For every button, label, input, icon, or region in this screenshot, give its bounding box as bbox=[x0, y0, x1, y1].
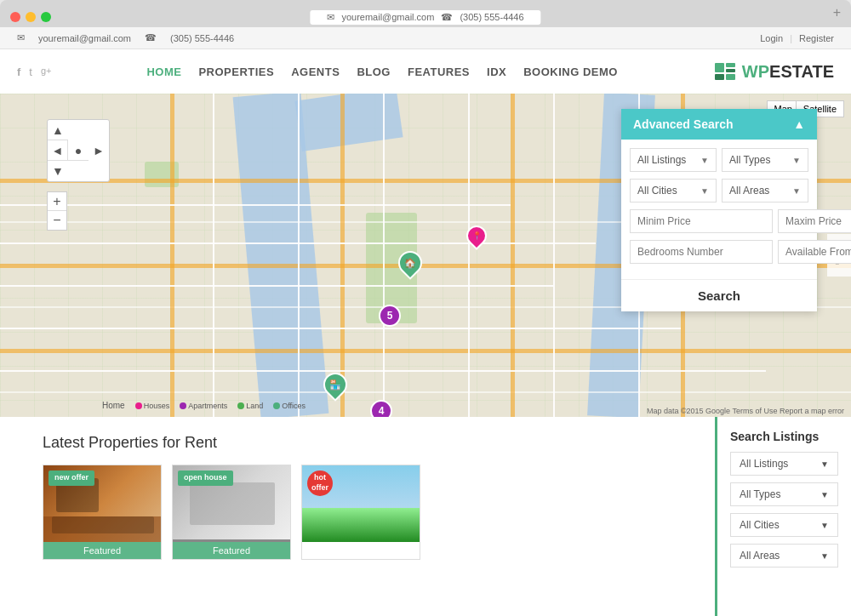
property-card-2[interactable]: open house Featured bbox=[172, 465, 291, 560]
legend-item-home: Home bbox=[102, 401, 125, 410]
all-listings-label: All Listings bbox=[637, 154, 686, 166]
sidebar-all-types-label: All Types bbox=[740, 488, 780, 500]
svg-rect-0 bbox=[715, 63, 724, 72]
all-areas-label: All Areas bbox=[729, 185, 769, 197]
chevron-icon-2: ▼ bbox=[792, 156, 801, 165]
search-button[interactable]: Search bbox=[621, 279, 817, 311]
property-badge-1: new offer bbox=[49, 471, 94, 486]
nav-agents[interactable]: AGENTS bbox=[291, 66, 340, 78]
map-pin-cluster5[interactable]: 5 bbox=[379, 305, 401, 327]
site-wrapper: ✉ youremail@gmail.com ☎ (305) 555-4446 L… bbox=[0, 27, 851, 616]
nav-up-btn[interactable]: ▲ bbox=[48, 120, 68, 140]
advanced-search-body: All Listings ▼ All Types ▼ All Cities ▼ bbox=[621, 140, 817, 279]
adv-row-3 bbox=[630, 209, 808, 233]
top-bar: ✉ youremail@gmail.com ☎ (305) 555-4446 L… bbox=[0, 27, 851, 49]
sidebar-all-cities-label: All Cities bbox=[740, 519, 780, 531]
chevron-icon-1: ▼ bbox=[700, 156, 709, 165]
sroad-v5 bbox=[553, 94, 555, 417]
nav-right-btn[interactable]: ► bbox=[89, 140, 109, 161]
new-tab-button[interactable]: + bbox=[833, 5, 841, 20]
sroad-v1 bbox=[213, 94, 214, 417]
zoom-out-btn[interactable]: − bbox=[48, 211, 66, 230]
property-badge-2: open house bbox=[178, 471, 233, 486]
nav-idx[interactable]: IDX bbox=[487, 66, 506, 78]
nav-social: f t g+ bbox=[17, 66, 52, 78]
logo-text: WPESTATE bbox=[742, 62, 834, 82]
browser-email: youremail@gmail.com bbox=[341, 12, 434, 22]
logo-icon bbox=[713, 60, 737, 83]
sroad-v4 bbox=[468, 94, 470, 417]
sroad-h1 bbox=[0, 204, 511, 206]
address-bar[interactable]: ✉ youremail@gmail.com ☎ (305) 555-4446 bbox=[310, 10, 540, 25]
close-button[interactable] bbox=[10, 12, 20, 22]
login-link[interactable]: Login bbox=[760, 33, 783, 43]
latest-properties: Latest Properties for Rent new offer Fea… bbox=[0, 417, 715, 616]
adv-row-4 bbox=[630, 240, 808, 264]
sidebar-all-areas-label: All Areas bbox=[740, 550, 780, 562]
map-zoom-controls: + − bbox=[47, 191, 67, 231]
all-areas-select-map[interactable]: All Areas ▼ bbox=[722, 179, 808, 202]
facebook-icon[interactable]: f bbox=[17, 66, 20, 78]
search-listings: Search Listings All Listings ▼ All Types… bbox=[715, 417, 851, 616]
all-listings-select-map[interactable]: All Listings ▼ bbox=[630, 148, 717, 172]
svg-rect-3 bbox=[715, 74, 724, 80]
map-pin-cluster4[interactable]: 4 bbox=[370, 400, 392, 417]
sidebar-all-areas-select[interactable]: All Areas ▼ bbox=[730, 544, 838, 568]
map-area[interactable]: ▲ ◄ ● ► ▼ + − Map Satellite 🏠 📍 bbox=[0, 94, 851, 417]
bedrooms-input[interactable] bbox=[630, 240, 773, 264]
sidebar-chevron-3: ▼ bbox=[820, 521, 829, 530]
sidebar-chevron-2: ▼ bbox=[820, 490, 829, 499]
advanced-search-header: Advanced Search ▲ bbox=[621, 109, 817, 140]
property-card-1[interactable]: new offer Featured bbox=[43, 465, 162, 560]
top-bar-left: ✉ youremail@gmail.com ☎ (305) 555-4446 bbox=[17, 32, 234, 43]
road-v2 bbox=[340, 94, 345, 417]
zoom-in-btn[interactable]: + bbox=[48, 192, 66, 211]
divider: | bbox=[790, 33, 792, 43]
svg-rect-2 bbox=[726, 69, 735, 72]
all-cities-select-map[interactable]: All Cities ▼ bbox=[630, 179, 717, 202]
max-price-input[interactable] bbox=[778, 209, 851, 233]
legend-homes: Houses bbox=[135, 402, 170, 410]
nav-properties[interactable]: PROPERTIES bbox=[198, 66, 274, 78]
sidebar-all-cities-select[interactable]: All Cities ▼ bbox=[730, 513, 838, 537]
collapse-button[interactable]: ▲ bbox=[793, 117, 805, 131]
sidebar-all-types-select[interactable]: All Types ▼ bbox=[730, 482, 838, 506]
maximize-button[interactable] bbox=[41, 12, 51, 22]
min-price-input[interactable] bbox=[630, 209, 773, 233]
adv-row-2: All Cities ▼ All Areas ▼ bbox=[630, 179, 808, 202]
nav-center-btn[interactable]: ● bbox=[68, 140, 89, 161]
advanced-search-title: Advanced Search bbox=[633, 117, 734, 131]
browser-phone: (305) 555-4446 bbox=[460, 12, 523, 22]
nav-features[interactable]: FEATURES bbox=[408, 66, 470, 78]
twitter-icon[interactable]: t bbox=[29, 66, 32, 78]
road-v3 bbox=[511, 94, 515, 417]
register-link[interactable]: Register bbox=[799, 33, 834, 43]
map-pin-store[interactable]: 🏪 bbox=[323, 373, 347, 396]
property-card-3[interactable]: hot offer bbox=[301, 465, 420, 560]
all-cities-label: All Cities bbox=[637, 185, 677, 197]
nav-home[interactable]: HOME bbox=[146, 66, 181, 78]
map-pin-location1[interactable]: 📍 bbox=[466, 225, 487, 246]
legend-land: Land bbox=[237, 402, 263, 410]
road-v1 bbox=[170, 94, 174, 417]
sidebar-chevron-1: ▼ bbox=[820, 459, 829, 469]
sroad-h4 bbox=[0, 328, 681, 329]
nav-bar: f t g+ HOME PROPERTIES AGENTS BLOG FEATU… bbox=[0, 49, 851, 94]
nav-blog[interactable]: BLOG bbox=[357, 66, 391, 78]
minimize-button[interactable] bbox=[26, 12, 36, 22]
topbar-phone[interactable]: (305) 555-4446 bbox=[170, 33, 234, 43]
all-types-select-map[interactable]: All Types ▼ bbox=[722, 148, 808, 172]
nav-down-btn[interactable]: ▼ bbox=[48, 161, 68, 181]
content-section: Latest Properties for Rent new offer Fea… bbox=[0, 417, 851, 616]
sidebar-all-listings-select[interactable]: All Listings ▼ bbox=[730, 452, 838, 476]
adv-row-1: All Listings ▼ All Types ▼ bbox=[630, 148, 808, 172]
topbar-email[interactable]: youremail@gmail.com bbox=[38, 33, 131, 43]
nav-booking-demo[interactable]: BOOKING DEMO bbox=[523, 66, 618, 78]
nav-left-btn[interactable]: ◄ bbox=[48, 140, 68, 161]
googleplus-icon[interactable]: g+ bbox=[41, 66, 52, 78]
chevron-icon-4: ▼ bbox=[792, 186, 801, 196]
sidebar-chevron-4: ▼ bbox=[820, 551, 829, 561]
map-pin-house1[interactable]: 🏠 bbox=[398, 251, 422, 275]
map-nav-controls: ▲ ◄ ● ► ▼ bbox=[47, 119, 110, 182]
available-from-input[interactable] bbox=[778, 240, 851, 264]
